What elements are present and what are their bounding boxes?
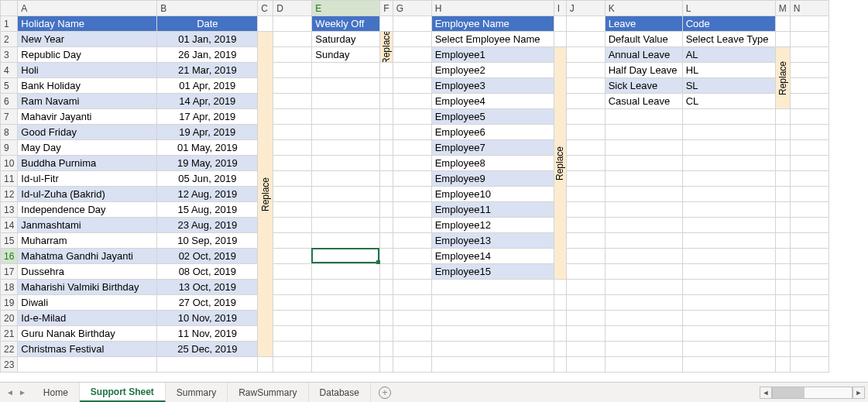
cell-F9[interactable]	[380, 140, 393, 156]
select-all-corner[interactable]	[1, 1, 18, 16]
cell-N10[interactable]	[790, 156, 829, 171]
scroll-track[interactable]	[772, 387, 853, 399]
cell-A9[interactable]: May Day	[18, 140, 157, 156]
cell-B19[interactable]: 27 Oct, 2019	[157, 295, 258, 311]
cell-L9[interactable]	[682, 140, 775, 156]
cell-B4[interactable]: 21 Mar, 2019	[157, 63, 258, 78]
cell-K23[interactable]	[605, 357, 682, 373]
cell-I3[interactable]: Replace	[554, 47, 566, 280]
cell-F16[interactable]	[380, 249, 393, 264]
cell-K7[interactable]	[605, 109, 682, 125]
cell-J5[interactable]	[566, 78, 605, 94]
cell-B9[interactable]: 01 May, 2019	[157, 140, 258, 156]
cell-K2[interactable]: Default Value	[605, 32, 682, 47]
cell-N19[interactable]	[790, 295, 829, 311]
cell-A11[interactable]: Id-ul-Fitr	[18, 171, 157, 187]
row-header-12[interactable]: 12	[1, 187, 18, 202]
cell-L7[interactable]	[682, 109, 775, 125]
cell-H18[interactable]	[431, 280, 554, 295]
cell-F8[interactable]	[380, 125, 393, 140]
cell-K5[interactable]: Sick Leave	[605, 78, 682, 94]
column-header-N[interactable]: N	[790, 1, 829, 16]
cell-K11[interactable]	[605, 171, 682, 187]
cell-M13[interactable]	[775, 202, 790, 218]
cell-J6[interactable]	[566, 94, 605, 109]
cell-H14[interactable]: Employee12	[431, 218, 554, 233]
cell-A17[interactable]: Dussehra	[18, 264, 157, 280]
cell-J11[interactable]	[566, 171, 605, 187]
cell-L2[interactable]: Select Leave Type	[682, 32, 775, 47]
row-header-6[interactable]: 6	[1, 94, 18, 109]
cell-L10[interactable]	[682, 156, 775, 171]
row-header-1[interactable]: 1	[1, 16, 18, 32]
cell-D10[interactable]	[273, 156, 312, 171]
cell-G13[interactable]	[393, 202, 431, 218]
cell-E18[interactable]	[312, 280, 380, 295]
cell-H21[interactable]	[431, 326, 554, 342]
cell-L4[interactable]: HL	[682, 63, 775, 78]
cell-F15[interactable]	[380, 233, 393, 249]
cell-K4[interactable]: Half Day Leave	[605, 63, 682, 78]
row-header-22[interactable]: 22	[1, 342, 18, 357]
cell-H17[interactable]: Employee15	[431, 264, 554, 280]
cell-F13[interactable]	[380, 202, 393, 218]
cell-B22[interactable]: 25 Dec, 2019	[157, 342, 258, 357]
cell-A4[interactable]: Holi	[18, 63, 157, 78]
cell-N7[interactable]	[790, 109, 829, 125]
cell-G17[interactable]	[393, 264, 431, 280]
cell-E6[interactable]	[312, 94, 380, 109]
cell-J23[interactable]	[566, 357, 605, 373]
cell-E2[interactable]: Saturday	[312, 32, 380, 47]
column-header-J[interactable]: J	[566, 1, 605, 16]
cell-K6[interactable]: Casual Leave	[605, 94, 682, 109]
cell-H15[interactable]: Employee13	[431, 233, 554, 249]
cell-E16[interactable]	[312, 249, 380, 264]
cell-F5[interactable]	[380, 78, 393, 94]
cell-K21[interactable]	[605, 326, 682, 342]
cell-H16[interactable]: Employee14	[431, 249, 554, 264]
cell-K20[interactable]	[605, 311, 682, 326]
cell-G22[interactable]	[393, 342, 431, 357]
column-header-E[interactable]: E	[312, 1, 380, 16]
cell-M18[interactable]	[775, 280, 790, 295]
cell-L23[interactable]	[682, 357, 775, 373]
cell-L6[interactable]: CL	[682, 94, 775, 109]
cell-L19[interactable]	[682, 295, 775, 311]
cell-I18[interactable]	[554, 280, 566, 295]
cell-G12[interactable]	[393, 187, 431, 202]
cell-I21[interactable]	[554, 326, 566, 342]
cell-G15[interactable]	[393, 233, 431, 249]
cell-N15[interactable]	[790, 233, 829, 249]
cell-H4[interactable]: Employee2	[431, 63, 554, 78]
cell-I2[interactable]	[554, 32, 566, 47]
cell-N16[interactable]	[790, 249, 829, 264]
cell-G10[interactable]	[393, 156, 431, 171]
cell-C23[interactable]	[258, 357, 273, 373]
cell-F21[interactable]	[380, 326, 393, 342]
cell-K13[interactable]	[605, 202, 682, 218]
cell-K12[interactable]	[605, 187, 682, 202]
cell-M23[interactable]	[775, 357, 790, 373]
cell-H7[interactable]: Employee5	[431, 109, 554, 125]
cell-D23[interactable]	[273, 357, 312, 373]
cell-J17[interactable]	[566, 264, 605, 280]
cell-A13[interactable]: Independence Day	[18, 202, 157, 218]
cell-M1[interactable]	[775, 16, 790, 32]
column-header-B[interactable]: B	[157, 1, 258, 16]
cell-E23[interactable]	[312, 357, 380, 373]
cell-E4[interactable]	[312, 63, 380, 78]
cell-K16[interactable]	[605, 249, 682, 264]
cell-M15[interactable]	[775, 233, 790, 249]
cell-G8[interactable]	[393, 125, 431, 140]
cell-J16[interactable]	[566, 249, 605, 264]
scroll-right-icon[interactable]: ►	[853, 387, 865, 399]
cell-K10[interactable]	[605, 156, 682, 171]
cell-N13[interactable]	[790, 202, 829, 218]
cell-E11[interactable]	[312, 171, 380, 187]
cell-F20[interactable]	[380, 311, 393, 326]
cell-B8[interactable]: 19 Apr, 2019	[157, 125, 258, 140]
tab-nav-prev-icon[interactable]: ◄	[6, 388, 14, 397]
cell-N11[interactable]	[790, 171, 829, 187]
cell-C1[interactable]	[258, 16, 273, 32]
cell-H2[interactable]: Select Employee Name	[431, 32, 554, 47]
